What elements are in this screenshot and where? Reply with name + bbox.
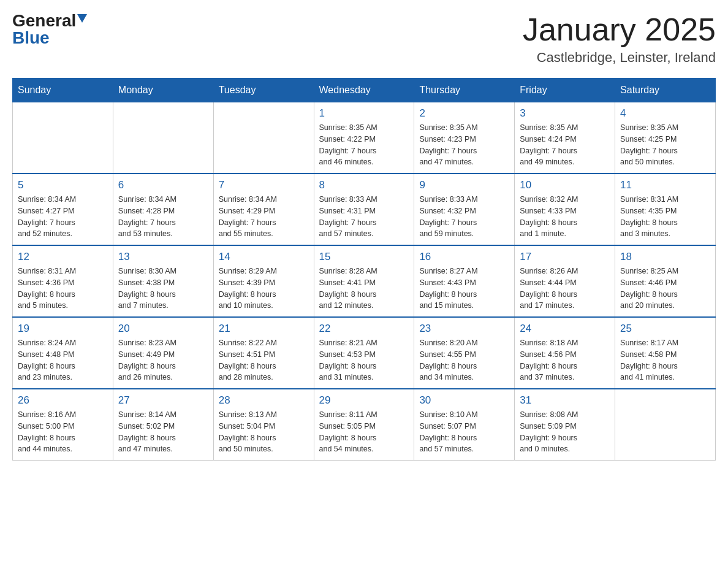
calendar-cell: 11Sunrise: 8:31 AM Sunset: 4:35 PM Dayli…	[615, 174, 716, 245]
day-info: Sunrise: 8:21 AM Sunset: 4:53 PM Dayligh…	[319, 337, 409, 383]
day-number: 16	[419, 251, 509, 263]
calendar-cell: 23Sunrise: 8:20 AM Sunset: 4:55 PM Dayli…	[414, 317, 515, 389]
column-header-wednesday: Wednesday	[314, 79, 414, 102]
day-number: 30	[419, 394, 509, 407]
calendar-cell: 12Sunrise: 8:31 AM Sunset: 4:36 PM Dayli…	[13, 245, 113, 317]
day-number: 6	[118, 179, 208, 191]
calendar-cell: 4Sunrise: 8:35 AM Sunset: 4:25 PM Daylig…	[615, 102, 716, 174]
day-number: 31	[520, 394, 610, 407]
calendar-cell: 26Sunrise: 8:16 AM Sunset: 5:00 PM Dayli…	[13, 389, 113, 461]
logo: General Blue	[12, 12, 87, 48]
day-number: 26	[18, 394, 108, 407]
day-info: Sunrise: 8:23 AM Sunset: 4:49 PM Dayligh…	[118, 337, 208, 383]
calendar-cell: 22Sunrise: 8:21 AM Sunset: 4:53 PM Dayli…	[314, 317, 414, 389]
header-row: SundayMondayTuesdayWednesdayThursdayFrid…	[13, 79, 716, 102]
day-info: Sunrise: 8:29 AM Sunset: 4:39 PM Dayligh…	[219, 266, 309, 312]
column-header-monday: Monday	[113, 79, 213, 102]
logo-general: General	[12, 12, 76, 29]
day-info: Sunrise: 8:34 AM Sunset: 4:27 PM Dayligh…	[18, 194, 108, 240]
column-header-sunday: Sunday	[13, 79, 113, 102]
day-number: 9	[419, 179, 509, 191]
day-number: 19	[18, 323, 108, 335]
calendar-cell: 7Sunrise: 8:34 AM Sunset: 4:29 PM Daylig…	[213, 174, 314, 245]
day-number: 2	[419, 107, 509, 120]
calendar-cell: 8Sunrise: 8:33 AM Sunset: 4:31 PM Daylig…	[314, 174, 414, 245]
calendar-cell: 25Sunrise: 8:17 AM Sunset: 4:58 PM Dayli…	[615, 317, 716, 389]
week-row-2: 5Sunrise: 8:34 AM Sunset: 4:27 PM Daylig…	[13, 174, 716, 245]
column-header-tuesday: Tuesday	[213, 79, 314, 102]
calendar-subtitle: Castlebridge, Leinster, Ireland	[523, 50, 716, 66]
day-number: 12	[18, 251, 108, 263]
day-number: 13	[118, 251, 208, 263]
day-number: 11	[620, 179, 710, 191]
day-info: Sunrise: 8:34 AM Sunset: 4:29 PM Dayligh…	[219, 194, 309, 240]
day-info: Sunrise: 8:34 AM Sunset: 4:28 PM Dayligh…	[118, 194, 208, 240]
column-header-thursday: Thursday	[414, 79, 515, 102]
day-number: 25	[620, 323, 710, 335]
calendar-cell: 2Sunrise: 8:35 AM Sunset: 4:23 PM Daylig…	[414, 102, 515, 174]
day-info: Sunrise: 8:25 AM Sunset: 4:46 PM Dayligh…	[620, 266, 710, 312]
calendar-cell: 15Sunrise: 8:28 AM Sunset: 4:41 PM Dayli…	[314, 245, 414, 317]
day-info: Sunrise: 8:24 AM Sunset: 4:48 PM Dayligh…	[18, 337, 108, 383]
calendar-cell: 24Sunrise: 8:18 AM Sunset: 4:56 PM Dayli…	[515, 317, 615, 389]
calendar-cell: 10Sunrise: 8:32 AM Sunset: 4:33 PM Dayli…	[515, 174, 615, 245]
day-number: 8	[319, 179, 409, 191]
day-number: 3	[520, 107, 610, 120]
day-number: 22	[319, 323, 409, 335]
title-block: January 2025 Castlebridge, Leinster, Ire…	[523, 12, 716, 66]
week-row-4: 19Sunrise: 8:24 AM Sunset: 4:48 PM Dayli…	[13, 317, 716, 389]
day-info: Sunrise: 8:22 AM Sunset: 4:51 PM Dayligh…	[219, 337, 309, 383]
day-info: Sunrise: 8:33 AM Sunset: 4:32 PM Dayligh…	[419, 194, 509, 240]
calendar-cell: 1Sunrise: 8:35 AM Sunset: 4:22 PM Daylig…	[314, 102, 414, 174]
calendar-cell: 29Sunrise: 8:11 AM Sunset: 5:05 PM Dayli…	[314, 389, 414, 461]
calendar-cell: 28Sunrise: 8:13 AM Sunset: 5:04 PM Dayli…	[213, 389, 314, 461]
day-info: Sunrise: 8:10 AM Sunset: 5:07 PM Dayligh…	[419, 409, 509, 455]
week-row-5: 26Sunrise: 8:16 AM Sunset: 5:00 PM Dayli…	[13, 389, 716, 461]
day-info: Sunrise: 8:30 AM Sunset: 4:38 PM Dayligh…	[118, 266, 208, 312]
calendar-cell: 14Sunrise: 8:29 AM Sunset: 4:39 PM Dayli…	[213, 245, 314, 317]
calendar-title: January 2025	[523, 12, 716, 47]
week-row-3: 12Sunrise: 8:31 AM Sunset: 4:36 PM Dayli…	[13, 245, 716, 317]
day-number: 15	[319, 251, 409, 263]
page-header: General Blue January 2025 Castlebridge, …	[12, 12, 716, 66]
day-number: 10	[520, 179, 610, 191]
day-number: 29	[319, 394, 409, 407]
day-info: Sunrise: 8:35 AM Sunset: 4:23 PM Dayligh…	[419, 122, 509, 168]
day-info: Sunrise: 8:17 AM Sunset: 4:58 PM Dayligh…	[620, 337, 710, 383]
calendar-cell: 5Sunrise: 8:34 AM Sunset: 4:27 PM Daylig…	[13, 174, 113, 245]
day-number: 1	[319, 107, 409, 120]
day-number: 4	[620, 107, 710, 120]
calendar-cell: 3Sunrise: 8:35 AM Sunset: 4:24 PM Daylig…	[515, 102, 615, 174]
calendar-cell: 13Sunrise: 8:30 AM Sunset: 4:38 PM Dayli…	[113, 245, 213, 317]
calendar-cell: 27Sunrise: 8:14 AM Sunset: 5:02 PM Dayli…	[113, 389, 213, 461]
day-number: 17	[520, 251, 610, 263]
calendar-cell: 9Sunrise: 8:33 AM Sunset: 4:32 PM Daylig…	[414, 174, 515, 245]
day-info: Sunrise: 8:26 AM Sunset: 4:44 PM Dayligh…	[520, 266, 610, 312]
column-header-friday: Friday	[515, 79, 615, 102]
calendar-cell: 16Sunrise: 8:27 AM Sunset: 4:43 PM Dayli…	[414, 245, 515, 317]
day-info: Sunrise: 8:35 AM Sunset: 4:24 PM Dayligh…	[520, 122, 610, 168]
calendar-cell: 6Sunrise: 8:34 AM Sunset: 4:28 PM Daylig…	[113, 174, 213, 245]
day-number: 21	[219, 323, 309, 335]
day-info: Sunrise: 8:14 AM Sunset: 5:02 PM Dayligh…	[118, 409, 208, 455]
day-info: Sunrise: 8:16 AM Sunset: 5:00 PM Dayligh…	[18, 409, 108, 455]
calendar-cell: 21Sunrise: 8:22 AM Sunset: 4:51 PM Dayli…	[213, 317, 314, 389]
day-number: 24	[520, 323, 610, 335]
calendar-table: SundayMondayTuesdayWednesdayThursdayFrid…	[12, 78, 716, 461]
day-info: Sunrise: 8:28 AM Sunset: 4:41 PM Dayligh…	[319, 266, 409, 312]
day-info: Sunrise: 8:35 AM Sunset: 4:25 PM Dayligh…	[620, 122, 710, 168]
calendar-cell: 17Sunrise: 8:26 AM Sunset: 4:44 PM Dayli…	[515, 245, 615, 317]
day-info: Sunrise: 8:32 AM Sunset: 4:33 PM Dayligh…	[520, 194, 610, 240]
calendar-cell	[213, 102, 314, 174]
day-info: Sunrise: 8:18 AM Sunset: 4:56 PM Dayligh…	[520, 337, 610, 383]
logo-triangle-icon	[77, 14, 87, 23]
day-number: 7	[219, 179, 309, 191]
calendar-cell: 18Sunrise: 8:25 AM Sunset: 4:46 PM Dayli…	[615, 245, 716, 317]
day-number: 14	[219, 251, 309, 263]
day-info: Sunrise: 8:31 AM Sunset: 4:35 PM Dayligh…	[620, 194, 710, 240]
day-info: Sunrise: 8:11 AM Sunset: 5:05 PM Dayligh…	[319, 409, 409, 455]
day-number: 18	[620, 251, 710, 263]
day-number: 27	[118, 394, 208, 407]
calendar-cell: 19Sunrise: 8:24 AM Sunset: 4:48 PM Dayli…	[13, 317, 113, 389]
day-info: Sunrise: 8:35 AM Sunset: 4:22 PM Dayligh…	[319, 122, 409, 168]
